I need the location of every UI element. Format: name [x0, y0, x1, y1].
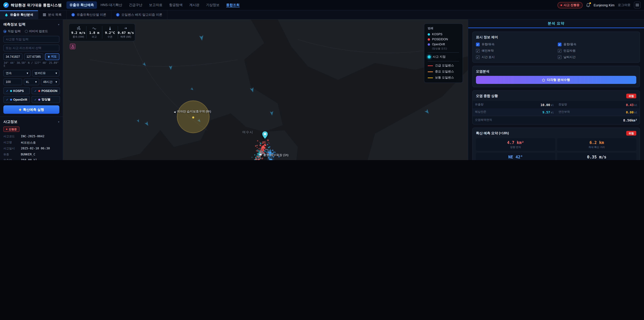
red-dot-icon — [6, 129, 8, 130]
main-nav: 유출유 확산예측 HNS·대기확산 긴급구난 보고자료 항공탐색 게시판 기상정… — [66, 1, 242, 9]
legend-dot — [428, 43, 430, 46]
unit-select[interactable]: kL — [24, 79, 39, 85]
stat-coast-attached: 연안부착0.00kl — [556, 108, 640, 116]
amount-input[interactable] — [3, 79, 22, 85]
logo-icon — [3, 2, 9, 8]
card-title: 표시 정보 제어 — [476, 35, 498, 40]
nav-item-hns-atmospheric[interactable]: HNS·대기확산 — [98, 1, 125, 9]
app-title: 해양환경 위기대응 통합시스템 — [11, 3, 62, 8]
display-option-towing[interactable]: 예인부착 — [476, 49, 554, 53]
display-option-flow[interactable]: 유향/유속 — [476, 42, 554, 47]
notification-bell-icon[interactable] — [586, 3, 590, 7]
summary-main-direction: NE 42°주 확산 방향 — [476, 153, 555, 160]
collapse-chevron-icon[interactable] — [58, 120, 59, 123]
incident-status-badge: 진행중 — [3, 127, 20, 132]
logout-button[interactable]: 로그아웃 — [618, 3, 630, 7]
lightning-icon — [18, 108, 21, 111]
select-value: 48시간 — [43, 80, 52, 84]
nav-item-reports[interactable]: 보고자료 — [146, 1, 166, 9]
model-color-dot — [38, 99, 40, 101]
incident-row: 사고명씨프린스호 — [3, 140, 59, 145]
app-logo[interactable]: 해양환경 위기대응 통합시스템 — [3, 2, 62, 8]
legend-fence-emergency: 긴급 오일펜스 — [428, 64, 459, 68]
coordinate-dms-text: 34° 44' 30.58" N / 127° 40' 25.89" E — [4, 61, 59, 68]
nav-item-emergency-rescue[interactable]: 긴급구난 — [126, 1, 146, 9]
nav-item-integrated-search[interactable]: 통합조회 — [223, 1, 243, 9]
polygon-analysis-button[interactable]: 다각형 분석수행 — [476, 76, 636, 84]
legend-title: 범례 — [428, 27, 459, 31]
incident-info-section: 사고정보 진행중 사고코드INC-2025-0042 사고명씨프린스호 사고일시… — [0, 117, 63, 160]
radio-icon — [3, 30, 6, 33]
pin-icon — [48, 56, 50, 58]
model-label: KOSPS — [13, 89, 24, 93]
radio-image-upload[interactable]: 이미지 업로드 — [25, 29, 48, 34]
model-toggle-kosps[interactable]: KOSPS — [3, 87, 30, 94]
top-navbar: 해양환경 위기대응 통합시스템 유출유 확산예측 HNS·대기확산 긴급구난 보… — [0, 0, 644, 11]
legend-model-kosps: KOSPS — [428, 33, 459, 36]
card-title: 오염 종합 상황 — [476, 94, 498, 98]
radio-direct-input[interactable]: 직접 입력 — [3, 29, 21, 34]
stat-polluted-area: 오염해역면적 8.56km² — [472, 116, 640, 124]
legend-line — [428, 77, 433, 78]
display-option-wind[interactable]: 풍향/풍속 — [558, 42, 636, 47]
pick-on-map-button[interactable]: 지도 — [45, 53, 59, 60]
nav-item-board[interactable]: 게시판 — [186, 1, 202, 9]
chevron-down-icon — [27, 72, 28, 75]
nav-item-weather-info[interactable]: 기상정보 — [203, 1, 222, 9]
model-toggle-opendrift[interactable]: OpenDrift — [3, 96, 30, 103]
tab-model-theory[interactable]: 유출유확산모델 이론 — [67, 11, 111, 19]
notification-dot — [589, 2, 591, 4]
latitude-input[interactable] — [3, 53, 22, 60]
menu-button[interactable] — [634, 2, 641, 9]
thermometer-icon — [108, 26, 112, 30]
tab-label: 유출유확산모델 이론 — [77, 13, 106, 17]
collapse-chevron-icon[interactable] — [58, 23, 59, 26]
tab-label: 분석 목록 — [48, 13, 62, 17]
radio-label: 직접 입력 — [8, 29, 21, 34]
incident-active-badge[interactable]: 사고 진행중 — [558, 2, 582, 8]
incident-list-input[interactable] — [3, 45, 59, 51]
select-value: 연속 — [6, 71, 12, 75]
experiment-layer-button[interactable] — [70, 44, 76, 49]
map-area[interactable]: 9.2 m/s 풍속 (SW) 1.8 m 파고 9.2°C 수온 — [63, 20, 468, 160]
oil-type-select[interactable]: 벙커C유 — [32, 70, 59, 77]
incident-row: 사고코드INC-2025-0042 — [3, 135, 59, 139]
nav-item-oil-spill-prediction[interactable]: 유출유 확산예측 — [66, 1, 97, 9]
summary-spread-speed: 0.35 m/s확산 속도 — [557, 153, 636, 160]
panel-header-tab[interactable]: 분석 요약 — [468, 20, 644, 28]
stat-spill-amount: 유출량10.00kl — [472, 101, 556, 108]
checkbox-icon — [558, 43, 562, 46]
legend-incident-point: 사고 지점 — [428, 55, 459, 59]
display-option-sensitive[interactable]: 민감자원 — [558, 49, 636, 53]
model-toggle-poseidon[interactable]: POSEIDON — [32, 87, 60, 94]
weather-wind: 9.2 m/s 풍속 (SW) — [70, 26, 86, 39]
spill-type-select[interactable]: 연속 — [3, 70, 30, 77]
longitude-input[interactable] — [24, 53, 43, 60]
nav-item-aerial-search[interactable]: 항공탐색 — [166, 1, 186, 9]
divider — [428, 52, 459, 53]
incident-name-input[interactable] — [3, 36, 59, 43]
tab-oilfence-theory[interactable]: 오일펜스 배치 알고리즘 이론 — [111, 11, 167, 19]
legend-fence-important: 중요 오일펜스 — [428, 70, 459, 74]
incident-pin-icon[interactable] — [262, 131, 268, 139]
check-icon — [34, 98, 37, 101]
weather-current: 0.67 m/s 해류 (SE) — [118, 26, 134, 39]
summary-affected-area: 4.7 km²영향 면적 — [476, 138, 555, 151]
incident-badge-label: 사고 진행중 — [564, 3, 580, 7]
radio-icon — [25, 30, 28, 33]
tab-analysis-list[interactable]: 분석 목록 — [38, 11, 66, 19]
tab-label: 오일펜스 배치 알고리즘 이론 — [122, 13, 162, 17]
model-toggle-ensemble[interactable]: 앙상블 — [32, 96, 60, 103]
weather-panel: 9.2 m/s 풍속 (SW) 1.8 m 파고 9.2°C 수온 — [69, 24, 135, 41]
display-option-time[interactable]: 시간 표시 — [476, 55, 554, 59]
checkbox-icon — [558, 49, 562, 53]
info-icon — [72, 13, 75, 17]
legend-line — [428, 71, 433, 72]
duration-select[interactable]: 48시간 — [41, 79, 59, 85]
weather-temp: 9.2°C 수온 — [102, 26, 118, 39]
run-prediction-button[interactable]: 확산예측 실행 — [3, 105, 59, 114]
checkbox-icon — [476, 43, 480, 46]
tab-diffusion-analysis[interactable]: 유출유 확산분석 — [0, 11, 38, 19]
display-option-weather-time[interactable]: 날씨시간 — [558, 55, 636, 59]
weather-wave: 1.8 m 파고 — [86, 26, 102, 39]
